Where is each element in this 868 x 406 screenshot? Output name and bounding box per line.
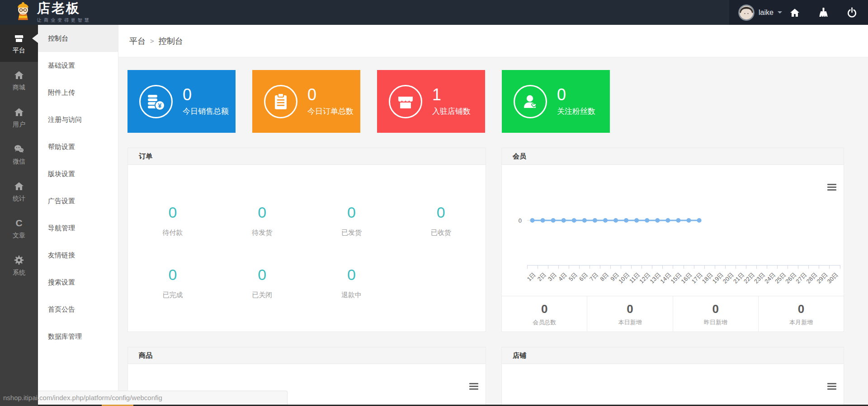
menu-item-basic-settings[interactable]: 基础设置 [38, 52, 118, 79]
members-panel-title: 会员 [502, 148, 844, 165]
svg-text:12日: 12日 [638, 271, 651, 285]
clear-cache-button[interactable] [818, 7, 829, 18]
status-url-bubble: nshop.itipai.com/index.php/platform/conf… [0, 391, 288, 405]
gear-icon [14, 255, 24, 266]
card-value: 1 [432, 86, 471, 103]
menu-item-friend-links[interactable]: 友情链接 [38, 242, 118, 269]
chart-menu-button[interactable] [827, 383, 836, 390]
members-stats-row: 0会员总数 0本日新增 0昨日新增 0本月新增 [502, 296, 844, 332]
mascot-logo-icon [14, 1, 33, 24]
svg-text:C: C [15, 218, 22, 228]
sidebar-item-stats[interactable]: 统计 [0, 173, 38, 210]
svg-text:10日: 10日 [617, 271, 631, 285]
svg-text:1日: 1日 [526, 271, 537, 283]
home-icon [789, 7, 800, 18]
header-user-area: laike [729, 0, 868, 25]
svg-text:4日: 4日 [557, 271, 568, 283]
menu-item-register-access[interactable]: 注册与访问 [38, 106, 118, 133]
svg-text:¥: ¥ [158, 102, 162, 109]
card-today-sales[interactable]: ¥ 0 今日销售总额 [127, 70, 236, 133]
sidebar-item-users[interactable]: 用户 [0, 99, 38, 136]
card-shop-count[interactable]: 1 入驻店铺数 [377, 70, 485, 133]
home-button[interactable] [789, 7, 800, 18]
svg-text:26日: 26日 [784, 271, 797, 285]
svg-text:2日: 2日 [536, 271, 547, 283]
sidebar-item-wechat[interactable]: 微信 [0, 136, 38, 173]
svg-text:8日: 8日 [599, 271, 610, 283]
order-stat: 0已发货 [307, 204, 396, 237]
user-menu[interactable]: laike [738, 5, 782, 21]
avatar[interactable] [738, 5, 755, 21]
menu-item-database[interactable]: 数据库管理 [38, 323, 118, 350]
logo-title: 店老板 [37, 2, 91, 15]
orders-stats-grid: 0待付款 0待发货 0已发货 0已收货 0已完成 0已关闭 0退款中 [128, 165, 486, 299]
svg-text:7日: 7日 [588, 271, 599, 283]
card-label: 今日销售总额 [183, 106, 229, 117]
menu-item-ad-settings[interactable]: 广告设置 [38, 187, 118, 215]
menu-item-search-settings[interactable]: 搜索设置 [38, 269, 118, 296]
svg-text:14日: 14日 [659, 271, 672, 285]
breadcrumb-platform[interactable]: 平台 [129, 36, 146, 47]
svg-text:22日: 22日 [742, 271, 756, 285]
chart-menu-button[interactable] [469, 383, 478, 390]
orders-panel: 订单 0待付款 0待发货 0已发货 0已收货 0已完成 0已关闭 0退款中 [127, 148, 486, 332]
sidebar-item-mall[interactable]: 商城 [0, 62, 38, 99]
svg-text:25日: 25日 [774, 271, 787, 285]
card-label: 入驻店铺数 [432, 106, 471, 117]
order-stat: 0退款中 [307, 266, 396, 299]
member-stat: 0会员总数 [502, 296, 587, 332]
clipboard-icon [264, 85, 297, 118]
menu-item-nav-management[interactable]: 导航管理 [38, 215, 118, 242]
svg-text:16日: 16日 [680, 271, 693, 285]
card-label: 今日订单总数 [307, 106, 354, 117]
svg-text:19日: 19日 [711, 271, 725, 285]
primary-sidebar: 平台 商城 用户 微信 统计 C 文章 [0, 25, 38, 406]
order-stat: 0已关闭 [217, 266, 307, 299]
svg-text:29日: 29日 [815, 271, 829, 285]
svg-text:6日: 6日 [578, 271, 589, 283]
order-stat: 0已完成 [128, 266, 217, 299]
secondary-sidebar: 控制台 基础设置 附件上传 注册与访问 帮助设置 版块设置 广告设置 导航管理 … [38, 25, 118, 406]
brush-icon [818, 7, 829, 18]
products-panel-title: 商品 [128, 347, 486, 364]
sidebar-item-system[interactable]: 系统 [0, 247, 38, 284]
chevron-down-icon [778, 11, 782, 16]
card-today-orders[interactable]: 0 今日订单总数 [252, 70, 360, 133]
top-header-bar: 店老板 让商业变得更智慧 laike [0, 0, 868, 25]
svg-text:18日: 18日 [701, 271, 714, 285]
member-stat: 0本月新增 [758, 296, 844, 332]
svg-text:24日: 24日 [763, 271, 777, 285]
logout-button[interactable] [847, 7, 857, 18]
svg-text:0: 0 [519, 217, 522, 224]
app-logo: 店老板 让商业变得更智慧 [0, 1, 91, 24]
menu-item-attachment-upload[interactable]: 附件上传 [38, 79, 118, 106]
orders-panel-title: 订单 [128, 148, 486, 165]
logo-subtitle: 让商业变得更智慧 [37, 17, 91, 23]
svg-text:27日: 27日 [794, 271, 808, 285]
svg-text:20日: 20日 [722, 271, 735, 285]
shops-panel: 店铺 [501, 347, 844, 406]
member-stat: 0本日新增 [587, 296, 672, 332]
order-stat: 0待发货 [217, 204, 307, 237]
coins-yen-icon: ¥ [139, 85, 173, 118]
card-value: 0 [307, 86, 354, 103]
fan-heart-icon [514, 85, 547, 118]
members-line-chart: 1日2日3日4日5日6日7日8日9日10日11日12日13日14日15日16日1… [502, 165, 844, 296]
svg-text:11日: 11日 [628, 271, 641, 285]
storefront-icon [389, 85, 422, 118]
sidebar-item-articles[interactable]: C 文章 [0, 210, 38, 247]
menu-item-console[interactable]: 控制台 [38, 25, 118, 52]
card-fans-count[interactable]: 0 关注粉丝数 [502, 70, 610, 133]
chart-menu-button[interactable] [827, 184, 836, 191]
svg-text:3日: 3日 [547, 271, 558, 283]
svg-text:13日: 13日 [648, 271, 662, 285]
breadcrumb: 平台 > 控制台 [118, 25, 868, 57]
sidebar-item-platform[interactable]: 平台 [0, 25, 38, 62]
members-panel: 会员 1日2日3日4日5日6日7日8日9日10日11日12日13日14日15日1… [501, 148, 844, 332]
menu-item-home-notice[interactable]: 首页公告 [38, 296, 118, 323]
main-content: 平台 > 控制台 ¥ 0 今日销售总额 [118, 25, 868, 406]
home-icon [14, 107, 24, 117]
menu-item-section-settings[interactable]: 版块设置 [38, 160, 118, 187]
svg-text:28日: 28日 [805, 271, 818, 285]
menu-item-help-settings[interactable]: 帮助设置 [38, 133, 118, 160]
